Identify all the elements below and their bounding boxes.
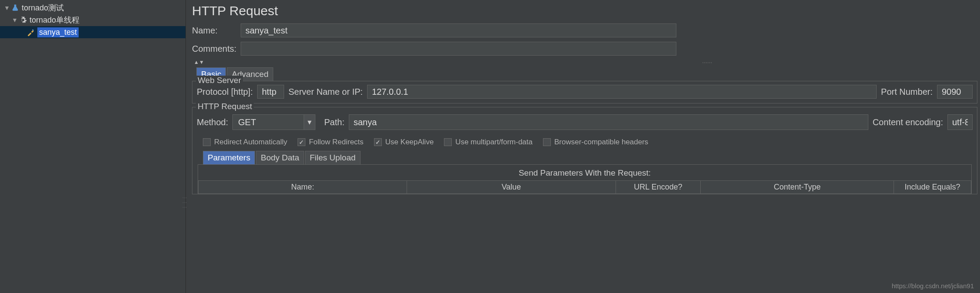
checkbox-icon [203,138,211,146]
check-label: Use multipart/form-data [455,138,533,146]
name-input[interactable] [241,23,676,37]
http-request-legend: HTTP Request [196,102,254,111]
checkbox-checked-icon [298,138,305,146]
tree-label: sanya_test [37,27,79,37]
protocol-label: Protocol [http]: [197,87,253,97]
test-plan-tree: ▼ tornado测试 ▼ tornado单线程 sanya_test ⋮⋮⋮ [0,0,186,293]
expand-icon[interactable]: ▼ [11,17,18,23]
web-server-fieldset: Web Server Protocol [http]: Server Name … [192,81,977,103]
check-label: Follow Redirects [309,138,364,146]
name-label: Name: [192,26,241,36]
col-content-type[interactable]: Content-Type [701,181,894,194]
probe-icon [26,27,36,37]
gear-icon [18,15,28,25]
parameters-table: Name: Value URL Encode? Content-Type Inc… [198,180,971,194]
check-label: Use KeepAlive [385,138,434,146]
tree-node-test-plan[interactable]: ▼ tornado测试 [0,2,185,14]
path-input[interactable] [349,114,868,130]
tree-node-thread-group[interactable]: ▼ tornado单线程 [0,14,185,26]
http-request-fieldset: HTTP Request Method: GET ▾ Path: Content… [192,107,977,194]
tab-files-upload[interactable]: Files Upload [305,151,361,164]
tree-node-http-request[interactable]: sanya_test [0,26,185,38]
tree-label: tornado单线程 [30,15,79,25]
check-keepalive[interactable]: Use KeepAlive [374,138,434,146]
check-redirect-auto[interactable]: Redirect Automatically [203,138,287,146]
http-request-panel: HTTP Request Name: Comments: ▲▼ '''''' B… [186,0,980,293]
watermark: https://blog.csdn.net/jclian91 [892,282,974,290]
tab-parameters[interactable]: Parameters [203,151,255,164]
col-name[interactable]: Name: [199,181,407,194]
comments-input[interactable] [241,42,676,56]
path-label: Path: [324,117,344,127]
check-label: Browser-compatible headers [554,138,648,146]
server-input[interactable] [367,85,877,99]
web-server-legend: Web Server [196,76,243,85]
col-url-encode[interactable]: URL Encode? [616,181,701,194]
method-label: Method: [197,117,228,127]
port-input[interactable] [937,85,973,99]
method-value: GET [232,114,304,130]
horizontal-resize-handle[interactable]: '''''' [435,62,980,67]
method-select[interactable]: GET ▾ [232,114,315,130]
main-tabs: Basic Advanced [196,67,980,81]
protocol-input[interactable] [257,85,284,99]
col-value[interactable]: Value [407,181,616,194]
check-follow-redirects[interactable]: Follow Redirects [298,138,364,146]
col-include-equals[interactable]: Include Equals? [894,181,971,194]
encoding-input[interactable] [947,114,973,130]
expand-icon[interactable]: ▼ [3,4,10,11]
comments-label: Comments: [192,44,241,54]
tab-body-data[interactable]: Body Data [256,151,304,164]
chevron-down-icon[interactable]: ▾ [304,114,315,130]
server-label: Server Name or IP: [288,87,363,97]
check-multipart[interactable]: Use multipart/form-data [444,138,533,146]
options-checkboxes: Redirect Automatically Follow Redirects … [197,138,973,146]
port-label: Port Number: [881,87,933,97]
page-title: HTTP Request [192,3,980,18]
encoding-label: Content encoding: [873,117,943,127]
check-label: Redirect Automatically [214,138,287,146]
flask-icon [10,3,20,13]
params-table-title: Send Parameters With the Request: [198,168,971,178]
checkbox-icon [543,138,551,146]
checkbox-icon [444,138,452,146]
body-tabs: Parameters Body Data Files Upload [203,151,973,164]
check-browser-compat[interactable]: Browser-compatible headers [543,138,648,146]
tree-label: tornado测试 [22,3,64,13]
checkbox-checked-icon [374,138,382,146]
